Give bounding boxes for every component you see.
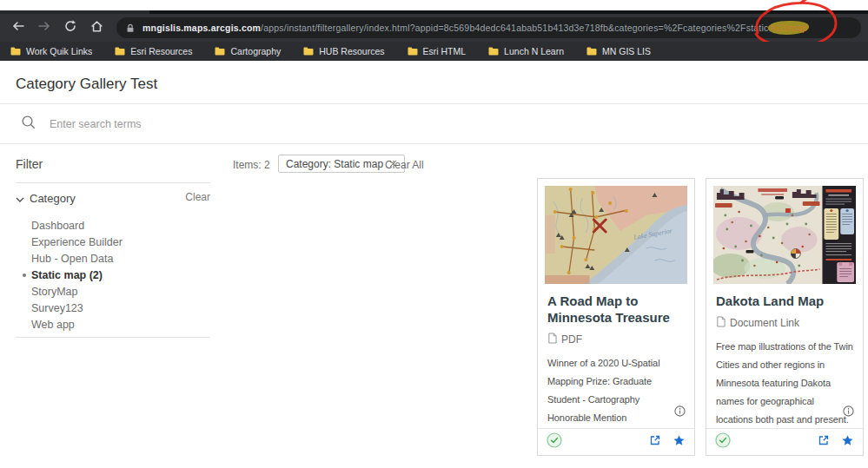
- filter-option-experience-builder[interactable]: Experience Builder: [31, 234, 205, 250]
- bookmark-label: Esri HTML: [423, 46, 467, 56]
- filter-heading: Filter: [16, 157, 43, 171]
- url-text: mngislis.maps.arcgis.com/apps/instant/fi…: [142, 23, 809, 33]
- card-footer: [538, 428, 694, 455]
- gallery-content: Filter Category Clear Dashboard Experien…: [0, 144, 868, 467]
- info-icon[interactable]: [843, 405, 854, 420]
- card-body: Dakota Land Map Document Link Free map i…: [706, 284, 863, 429]
- gallery-card-dakota-land-map[interactable]: Dakota Land Map Document Link Free map i…: [706, 178, 864, 456]
- item-type-row: Document Link: [716, 315, 853, 331]
- app-page: Category Gallery Test Filter Category Cl…: [0, 61, 868, 468]
- url-path: /apps/instant/filtergallery/index.html?a…: [261, 23, 768, 33]
- item-type-label: PDF: [561, 333, 582, 346]
- favorite-star-icon[interactable]: [673, 434, 686, 451]
- item-type-row: PDF: [547, 332, 685, 347]
- document-icon: [547, 332, 561, 347]
- url-bar[interactable]: mngislis.maps.arcgis.com/apps/instant/fi…: [116, 17, 861, 38]
- open-link-icon[interactable]: [818, 434, 830, 450]
- card-title[interactable]: Dakota Land Map: [716, 293, 853, 309]
- card-thumbnail-dakota-land-map[interactable]: [713, 186, 856, 284]
- gallery-card-road-map[interactable]: Lake Superior A Road Map to Minnesota Tr…: [537, 178, 695, 456]
- check-circle-icon[interactable]: [547, 432, 562, 452]
- url-domain: mngislis.maps.arcgis.com: [142, 23, 261, 33]
- home-icon: [89, 19, 104, 37]
- card-description: Winner of a 2020 U-Spatial Mapping Prize…: [547, 354, 685, 427]
- reload-button[interactable]: [59, 16, 82, 39]
- search-input[interactable]: [50, 118, 571, 130]
- filter-option-dashboard[interactable]: Dashboard: [31, 217, 205, 234]
- folder-icon: [303, 43, 319, 59]
- bookmark-label: Cartography: [230, 46, 281, 56]
- bookmark-label: Lunch N Learn: [504, 46, 564, 56]
- filter-option-storymap[interactable]: StoryMap: [31, 283, 205, 300]
- filter-group-category[interactable]: Category Clear: [16, 189, 210, 207]
- filter-option-hub-open-data[interactable]: Hub - Open Data: [31, 250, 205, 267]
- filter-option-list: Dashboard Experience Builder Hub - Open …: [31, 217, 205, 333]
- document-icon: [716, 315, 730, 331]
- card-thumbnail-road-map[interactable]: Lake Superior: [545, 186, 687, 284]
- page-title: Category Gallery Test: [0, 61, 868, 93]
- filter-divider-bottom: [16, 337, 210, 338]
- item-type-label: Document Link: [730, 317, 799, 329]
- browser-window: mngislis.maps.arcgis.com/apps/instant/fi…: [0, 0, 868, 468]
- filter-group-label: Category: [30, 192, 76, 205]
- bookmark-hub-resources[interactable]: HUB Resources: [303, 43, 384, 59]
- bookmark-label: HUB Resources: [319, 46, 384, 56]
- browser-toolbar: mngislis.maps.arcgis.com/apps/instant/fi…: [0, 14, 868, 42]
- bookmark-label: Work Quik Links: [26, 46, 92, 56]
- chip-label: Category: Static map: [286, 158, 383, 170]
- screenshot-top-margin: [0, 0, 868, 10]
- open-link-icon[interactable]: [649, 434, 661, 450]
- card-actions: [806, 434, 854, 451]
- bookmark-esri-html[interactable]: Esri HTML: [407, 43, 467, 59]
- check-circle-icon[interactable]: [715, 432, 731, 452]
- card-title[interactable]: A Road Map to Minnesota Treasure: [547, 293, 685, 326]
- card-body: A Road Map to Minnesota Treasure PDF Win…: [538, 284, 694, 427]
- bookmark-esri-resources[interactable]: Esri Resources: [115, 43, 192, 59]
- bookmark-mn-gis-lis[interactable]: MN GIS LIS: [586, 43, 651, 59]
- search-icon: [21, 115, 50, 133]
- reload-icon: [63, 19, 77, 36]
- filter-divider-top: [16, 182, 210, 183]
- filter-option-survey123[interactable]: Survey123: [31, 300, 205, 316]
- url-highlighted-fragment: %20map: [768, 21, 809, 35]
- items-count: Items: 2: [233, 159, 270, 171]
- back-button[interactable]: [7, 16, 30, 39]
- bookmarks-bar: Work Quik Links Esri Resources Cartograp…: [0, 42, 868, 61]
- favorite-star-icon[interactable]: [841, 434, 854, 451]
- forward-icon: [37, 19, 51, 36]
- selected-bullet: [23, 274, 26, 277]
- bookmark-label: MN GIS LIS: [602, 46, 651, 56]
- folder-icon: [115, 43, 130, 59]
- card-actions: [638, 434, 686, 451]
- filter-clear-button[interactable]: Clear: [185, 191, 210, 203]
- filter-option-web-app[interactable]: Web app: [31, 316, 205, 333]
- info-icon[interactable]: [674, 405, 686, 420]
- filter-option-static-map[interactable]: Static map (2): [31, 267, 205, 283]
- bookmark-lunch-n-learn[interactable]: Lunch N Learn: [488, 43, 564, 59]
- forward-button[interactable]: [33, 16, 56, 39]
- lock-icon: [125, 23, 136, 34]
- folder-icon: [586, 43, 602, 59]
- chevron-down-icon: [16, 190, 30, 206]
- card-footer: [706, 428, 863, 455]
- home-button[interactable]: [85, 16, 108, 39]
- app-header: Category Gallery Test: [0, 61, 868, 103]
- search-bar: [0, 104, 868, 143]
- folder-icon: [215, 43, 230, 59]
- bookmark-work-quik-links[interactable]: Work Quik Links: [10, 43, 92, 59]
- folder-icon: [10, 43, 26, 59]
- back-icon: [11, 19, 25, 36]
- folder-icon: [407, 43, 423, 59]
- card-description: Free map illustrations of the Twin Citie…: [716, 338, 853, 429]
- clear-all-button[interactable]: Clear All: [385, 159, 424, 171]
- folder-icon: [488, 43, 504, 59]
- bookmark-label: Esri Resources: [130, 46, 192, 56]
- bookmark-cartography[interactable]: Cartography: [215, 43, 281, 59]
